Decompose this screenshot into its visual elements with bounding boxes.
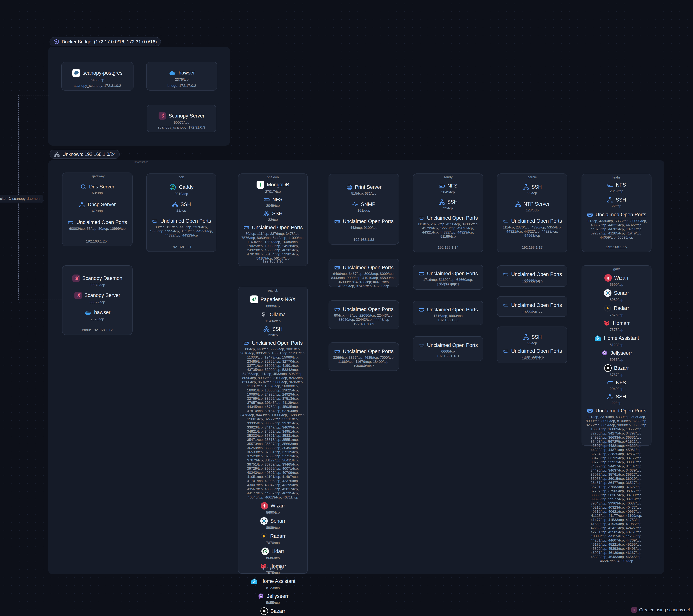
service-ports: 8989/tcp	[266, 526, 280, 530]
service-ports: 22/tcp	[443, 206, 453, 210]
service-name: Unclaimed Open Ports	[427, 215, 478, 221]
service-ssh: SSH22/tcp	[607, 393, 626, 405]
service-unclaimed-open-ports: Unclaimed Open Ports111/tcp, 4330/tcp, 5…	[583, 212, 649, 239]
card-ip: 192.168.1.10	[497, 356, 567, 360]
card-services: SSH22/tcpNTP Server123/udpUnclaimed Open…	[497, 174, 567, 252]
host-card-hawser-bridge[interactable]: hawser2376/tcpbridge: 172.17.0.2	[146, 62, 217, 91]
ethernet-icon	[502, 218, 509, 224]
service-name: SSH	[616, 394, 626, 400]
card-ip: end0: 192.168.1.12	[62, 328, 132, 332]
service-ports: 123/udp	[526, 208, 539, 212]
service-ports: 80/tcp, 111/tcp, 443/tcp, 2376/tcp, 4330…	[148, 225, 214, 237]
service-sonarr: Sonarr8989/tcp	[260, 517, 285, 530]
service-ports: 7575/tcp	[610, 328, 623, 332]
harddrive-icon	[439, 183, 445, 189]
card-ip: 192.168.1.115	[329, 280, 399, 284]
service-ports: 2049/tcp	[266, 204, 280, 208]
host-card-bernie[interactable]: bernieSSH22/tcpNTP Server123/udpUnclaime…	[497, 173, 567, 252]
host-card-bob[interactable]: bobCaddy2019/tcpSSH22/tcpUnclaimed Open …	[146, 173, 216, 252]
service-name: SNMP	[361, 201, 375, 207]
host-card-sandy[interactable]: sandyNFS2049/tcpSSH22/tcpUnclaimed Open …	[413, 173, 483, 252]
card-ip: 192.168.1.181	[413, 354, 483, 358]
service-name: SSH	[616, 197, 626, 203]
card-services: NFS2049/tcpSSH22/tcpUnclaimed Open Ports…	[582, 174, 651, 252]
host-card-u115[interactable]: Unclaimed Open Ports6466/tcp, 6467/tcp, …	[329, 258, 399, 287]
service-name: Sonarr	[270, 518, 285, 524]
host-card-ssh10[interactable]: SSH22/tcpUnclaimed Open Ports80/tcp, 443…	[497, 327, 567, 363]
docker-icon	[84, 309, 92, 316]
network-icon	[438, 199, 445, 205]
service-wizarr: Wizarr5690/tcp	[605, 274, 629, 287]
card-ip: 192.168.1.57	[329, 364, 399, 368]
card-services: Unclaimed Open Ports6668/tcp	[413, 336, 483, 355]
harddrive-icon	[607, 380, 614, 386]
service-sonarr: Sonarr8989/tcp	[604, 289, 629, 302]
service-name: Unclaimed Open Ports	[427, 307, 478, 313]
ethernet-icon	[587, 407, 593, 414]
service-unclaimed-open-ports: Unclaimed Open Ports60002/tcp, 53/tcp, 8…	[67, 219, 127, 231]
bazarr-icon	[604, 364, 612, 372]
service-hawser: hawser2376/tcp	[169, 69, 195, 82]
group-pill-docker-bridge[interactable]: Docker Bridge: (172.17.0.0/16, 172.31.0.…	[50, 37, 161, 46]
host-card-print-server[interactable]: Print Server515/tcp, 631/tcpSNMP161/udpU…	[329, 174, 399, 245]
host-card-u70[interactable]: Unclaimed Open Ports64660/tcp192.168.1.7…	[497, 265, 567, 287]
service-mongodb: MongoDB27017/tcp	[257, 181, 289, 194]
attribution[interactable]: S Created using scanopy.net	[631, 607, 690, 613]
card-ip: 192.168.1.254	[62, 239, 132, 244]
service-name: Scanopy Server	[169, 113, 204, 119]
harddrive-icon	[607, 182, 614, 188]
service-dhcp-server: Dhcp Server67/udp	[79, 201, 116, 213]
service-name: hawser	[179, 70, 195, 76]
service-ports: 1716/tcp, 9993/tcp	[433, 314, 463, 318]
service-name: Unclaimed Open Ports	[160, 218, 211, 224]
service-name: Radarr	[270, 533, 286, 539]
service-ssh: SSH22/tcp	[523, 184, 542, 195]
host-card-gateway[interactable]: _gatewayDns Server53/udpDhcp Server67/ud…	[62, 173, 133, 246]
radarr-icon	[604, 305, 611, 312]
host-card-u63[interactable]: Unclaimed Open Ports1716/tcp, 9993/tcp19…	[413, 301, 483, 325]
host-label: patrick	[238, 289, 308, 292]
service-ports: 2019/tcp	[175, 192, 188, 196]
service-scanopy-daemon: SScanopy Daemon60073/tcp	[72, 274, 122, 287]
ethernet-icon	[502, 271, 509, 277]
host-card-u77[interactable]: Unclaimed Open Ports80/tcp192.168.1.77	[497, 296, 567, 317]
service-nfs: NFS2049/tcp	[263, 196, 282, 208]
host-label: bernie	[497, 175, 567, 179]
service-home-assistant: Home Assistant8123/tcp	[251, 577, 295, 590]
network-icon	[523, 334, 529, 340]
service-unclaimed-open-ports: Unclaimed Open Ports6668/tcp	[418, 342, 478, 353]
service-ports: 27017/tcp	[265, 190, 281, 194]
service-name: Paperless-NGX	[260, 296, 296, 302]
service-ports: 11434/tcp	[265, 319, 280, 323]
service-ports: 53/udp	[92, 191, 103, 195]
ethernet-icon	[334, 264, 340, 271]
host-card-scanopy-postgres[interactable]: scanopy-postgres5432/tcpscanopy_scanopy:…	[61, 62, 134, 91]
host-card-u181[interactable]: Unclaimed Open Ports6668/tcp192.168.1.18…	[413, 336, 483, 361]
service-name: Unclaimed Open Ports	[511, 218, 562, 224]
service-scanopy-server: SScanopy Server60072/tcp	[159, 112, 204, 124]
service-name: Scanopy Server	[84, 292, 120, 298]
service-name: MongoDB	[267, 182, 289, 188]
ethernet-icon	[243, 340, 250, 346]
host-card-gary[interactable]: garyWizarr5690/tcpSonarr8989/tcpRadarr78…	[581, 265, 652, 446]
service-scanopy-server: SScanopy Server60072/tcp	[75, 292, 120, 304]
service-ports: 5690/tcp	[610, 283, 623, 287]
card-services: Print Server515/tcp, 631/tcpSNMP161/udpU…	[329, 174, 399, 244]
service-name: NFS	[448, 183, 458, 189]
host-card-u127[interactable]: Unclaimed Open Ports1716/tcp, 51692/tcp,…	[413, 265, 483, 290]
host-card-scanopy-server-bridge[interactable]: SScanopy Server60072/tcpscanopy_scanopy:…	[147, 105, 216, 132]
ethernet-icon	[502, 302, 509, 308]
host-card-krabs[interactable]: krabsNFS2049/tcpSSH22/tcpUnclaimed Open …	[581, 174, 652, 252]
network-icon	[54, 151, 60, 157]
host-card-u62[interactable]: Unclaimed Open Ports80/tcp, 443/tcp, 220…	[329, 300, 399, 329]
host-card-u57[interactable]: Unclaimed Open Ports3366/tcp, 3367/tcp, …	[329, 343, 399, 371]
card-services: MongoDB27017/tcpNFS2049/tcpSSH22/tcpUncl…	[238, 174, 308, 266]
group-pill-unknown[interactable]: Unknown: 192.168.1.0/24	[50, 150, 120, 159]
card-services: Caddy2019/tcpSSH22/tcpUnclaimed Open Por…	[146, 174, 216, 251]
wizarr-icon	[605, 274, 612, 282]
host-card-patrick[interactable]: patrickPaperless-NGX8000/tcpOllama11434/…	[238, 287, 308, 574]
service-name: SSH	[180, 201, 191, 207]
host-card-sheldon[interactable]: sheldonMongoDB27017/tcpNFS2049/tcpSSH22/…	[238, 173, 308, 266]
service-name: NFS	[616, 182, 626, 188]
host-card-scanopy-daemon[interactable]: SScanopy Daemon60073/tcpSScanopy Server6…	[62, 265, 133, 335]
